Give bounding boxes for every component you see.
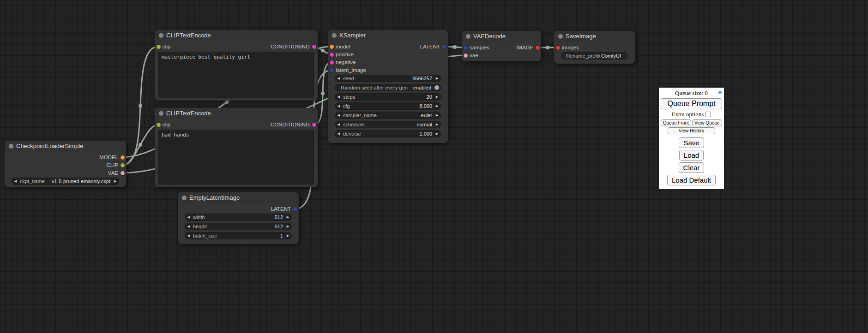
node-title-bar[interactable]: KSampler bbox=[328, 30, 448, 41]
decrement-arrow-icon[interactable]: ◀ bbox=[335, 132, 342, 136]
decrement-arrow-icon[interactable]: ◀ bbox=[12, 179, 19, 183]
collapse-dot-icon[interactable] bbox=[159, 111, 163, 116]
decrement-arrow-icon[interactable]: ◀ bbox=[335, 95, 342, 99]
model-input-slot[interactable] bbox=[330, 45, 334, 49]
view-history-button[interactable]: View History bbox=[668, 127, 716, 134]
node-title-bar[interactable]: EmptyLatentImage bbox=[178, 192, 299, 203]
widget-denoise[interactable]: ◀denoise1.000▶ bbox=[335, 130, 441, 137]
node-saveimage[interactable]: SaveImageimagesfilename_prefixComfyUI bbox=[554, 31, 635, 64]
link-midpoint-dot[interactable] bbox=[225, 100, 229, 104]
prompt-text-area[interactable]: bad hands bbox=[158, 130, 314, 184]
node-checkpointloadersimple[interactable]: CheckpointLoaderSimpleMODELCLIPVAE◀ckpt_… bbox=[5, 141, 126, 187]
widget-scheduler[interactable]: ◀schedulernormal▶ bbox=[335, 121, 441, 128]
increment-arrow-icon[interactable]: ▶ bbox=[434, 95, 440, 99]
increment-arrow-icon[interactable]: ▶ bbox=[284, 215, 291, 219]
collapse-dot-icon[interactable] bbox=[159, 33, 163, 38]
latent-image-input-slot[interactable] bbox=[330, 68, 334, 72]
widget-label: filename_prefix bbox=[561, 53, 601, 59]
widget-label: Random seed after every gen bbox=[335, 85, 408, 90]
widget-sampler-name[interactable]: ◀sampler_nameeuler▶ bbox=[335, 112, 441, 119]
node-title: SaveImage bbox=[566, 33, 596, 40]
widget-steps[interactable]: ◀steps20▶ bbox=[335, 93, 441, 101]
link-midpoint-dot[interactable] bbox=[139, 104, 142, 108]
increment-arrow-icon[interactable]: ▶ bbox=[284, 234, 291, 238]
increment-arrow-icon[interactable]: ▶ bbox=[112, 179, 119, 183]
link-midpoint-dot[interactable] bbox=[321, 92, 325, 95]
clear-button[interactable]: Clear bbox=[679, 162, 705, 173]
increment-arrow-icon[interactable]: ▶ bbox=[434, 123, 440, 126]
latent-output-slot[interactable] bbox=[293, 207, 297, 211]
widget-filename-prefix[interactable]: filename_prefixComfyUI bbox=[561, 52, 628, 59]
extra-options-checkbox[interactable] bbox=[705, 112, 711, 117]
positive-input-slot[interactable] bbox=[330, 53, 334, 57]
output-slot-label: CLIP bbox=[106, 162, 118, 168]
image-output-slot[interactable] bbox=[536, 46, 540, 50]
widget-value: 20 bbox=[355, 94, 434, 100]
input-slot-label: clip bbox=[163, 44, 170, 49]
load-button[interactable]: Load bbox=[679, 150, 704, 161]
input-slot-label: negative bbox=[336, 59, 356, 65]
collapse-dot-icon[interactable] bbox=[332, 33, 337, 38]
decrement-arrow-icon[interactable]: ◀ bbox=[335, 104, 342, 108]
node-cliptextencode[interactable]: CLIPTextEncodeclipCONDITIONINGmasterpiec… bbox=[155, 30, 318, 101]
widget-seed[interactable]: ◀seed8566257▶ bbox=[335, 75, 441, 82]
link-midpoint-dot[interactable] bbox=[139, 143, 142, 147]
model-output-slot[interactable] bbox=[121, 155, 125, 160]
link-midpoint-dot[interactable] bbox=[321, 49, 325, 53]
clip-input-slot[interactable] bbox=[157, 123, 161, 127]
node-title-bar[interactable]: SaveImage bbox=[554, 31, 635, 42]
widget-width[interactable]: ◀width512▶ bbox=[185, 214, 292, 221]
widget-random-seed-after-every-gen[interactable]: Random seed after every genenabled bbox=[335, 84, 441, 91]
collapse-dot-icon[interactable] bbox=[466, 34, 470, 39]
increment-arrow-icon[interactable]: ▶ bbox=[434, 113, 440, 117]
increment-arrow-icon[interactable]: ▶ bbox=[434, 77, 440, 80]
save-button[interactable]: Save bbox=[679, 137, 704, 148]
clip-output-slot[interactable] bbox=[121, 163, 125, 167]
clip-input-slot[interactable] bbox=[157, 45, 161, 49]
node-vaedecode[interactable]: VAEDecodesamplesvaeIMAGE bbox=[462, 31, 541, 61]
prompt-text-area[interactable]: masterpiece best quality girl bbox=[158, 52, 314, 98]
graph-canvas[interactable]: Queue size: 0 ❋ Queue Prompt Extra optio… bbox=[0, 0, 868, 333]
node-cliptextencode[interactable]: CLIPTextEncodeclipCONDITIONINGbad hands bbox=[155, 108, 318, 187]
node-title-bar[interactable]: CheckpointLoaderSimple bbox=[5, 141, 126, 152]
decrement-arrow-icon[interactable]: ◀ bbox=[185, 234, 192, 238]
negative-input-slot[interactable] bbox=[330, 60, 334, 65]
widget-batch-size[interactable]: ◀batch_size1▶ bbox=[185, 232, 292, 239]
collapse-dot-icon[interactable] bbox=[9, 144, 13, 149]
decrement-arrow-icon[interactable]: ◀ bbox=[335, 123, 342, 126]
widget-label: batch_size bbox=[192, 233, 217, 238]
latent-output-slot[interactable] bbox=[442, 45, 446, 49]
widget-ckpt-name[interactable]: ◀ckpt_namev1-5-pruned-emaonly.ckpt▶ bbox=[12, 178, 119, 185]
collapse-dot-icon[interactable] bbox=[558, 34, 563, 39]
decrement-arrow-icon[interactable]: ◀ bbox=[185, 225, 192, 228]
node-emptylatentimage[interactable]: EmptyLatentImageLATENT◀width512▶◀height5… bbox=[178, 192, 299, 244]
vae-input-slot[interactable] bbox=[464, 54, 468, 58]
images-input-slot[interactable] bbox=[556, 46, 560, 50]
queue-front-button[interactable]: Queue Front bbox=[661, 119, 691, 126]
node-ksampler[interactable]: KSamplermodelpositivenegativelatent_imag… bbox=[328, 30, 448, 143]
collapse-dot-icon[interactable] bbox=[182, 196, 187, 200]
conditioning-output-slot[interactable] bbox=[312, 123, 316, 127]
conditioning-output-slot[interactable] bbox=[312, 45, 316, 49]
decrement-arrow-icon[interactable]: ◀ bbox=[335, 77, 342, 80]
node-title-bar[interactable]: VAEDecode bbox=[462, 31, 541, 42]
queue-prompt-button[interactable]: Queue Prompt bbox=[661, 98, 722, 109]
node-title-bar[interactable]: CLIPTextEncode bbox=[155, 30, 318, 41]
toggle-dot[interactable] bbox=[434, 85, 439, 90]
load-default-button[interactable]: Load Default bbox=[667, 175, 716, 185]
vae-output-slot[interactable] bbox=[121, 171, 125, 175]
decrement-arrow-icon[interactable]: ◀ bbox=[335, 113, 342, 117]
node-title: CheckpointLoaderSimple bbox=[16, 143, 83, 149]
link-midpoint-dot[interactable] bbox=[546, 46, 549, 49]
increment-arrow-icon[interactable]: ▶ bbox=[284, 225, 291, 228]
widget-cfg[interactable]: ◀cfg8.000▶ bbox=[335, 102, 441, 110]
input-slot-label: latent_image bbox=[336, 67, 366, 73]
samples-input-slot[interactable] bbox=[464, 46, 468, 50]
widget-height[interactable]: ◀height512▶ bbox=[185, 223, 292, 230]
increment-arrow-icon[interactable]: ▶ bbox=[434, 132, 440, 136]
increment-arrow-icon[interactable]: ▶ bbox=[434, 104, 440, 108]
link-midpoint-dot[interactable] bbox=[453, 45, 457, 49]
node-title-bar[interactable]: CLIPTextEncode bbox=[155, 108, 318, 119]
view-queue-button[interactable]: View Queue bbox=[692, 119, 723, 126]
decrement-arrow-icon[interactable]: ◀ bbox=[185, 215, 192, 219]
